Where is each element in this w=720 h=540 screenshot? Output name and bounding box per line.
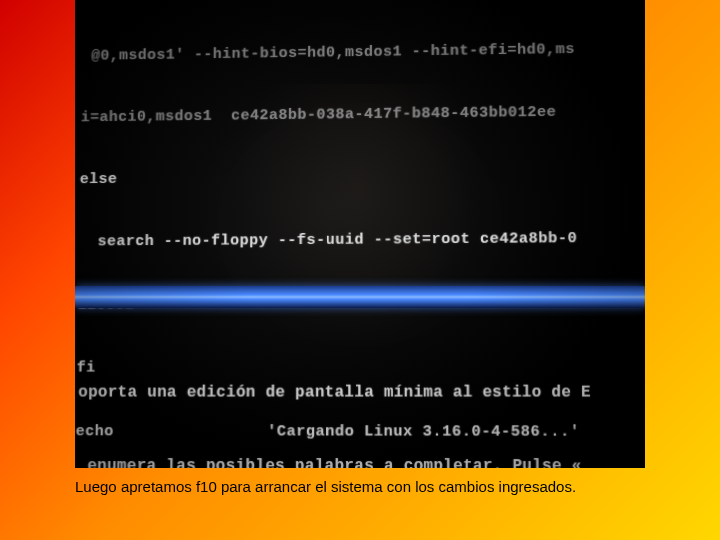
term-line: search --no-floppy --fs-uuid --set=root … bbox=[75, 227, 645, 252]
term-line: i=ahci0,msdos1 ce42a8bb-038a-417f-b848-4… bbox=[77, 101, 645, 128]
grub-highlight-bar bbox=[75, 286, 645, 308]
slide-caption: Luego apretamos f10 para arrancar el sis… bbox=[75, 478, 576, 495]
term-line: @0,msdos1' --hint-bios=hd0,msdos1 --hint… bbox=[78, 38, 645, 67]
grub-screenshot-photo: @0,msdos1' --hint-bios=hd0,msdos1 --hint… bbox=[75, 0, 645, 468]
term-line: else bbox=[76, 164, 645, 190]
help-line: enumera las posibles palabras a completa… bbox=[75, 454, 644, 468]
help-line: oporta una edición de pantalla mínima al… bbox=[76, 380, 644, 405]
grub-help-text: oporta una edición de pantalla mínima al… bbox=[75, 331, 645, 468]
